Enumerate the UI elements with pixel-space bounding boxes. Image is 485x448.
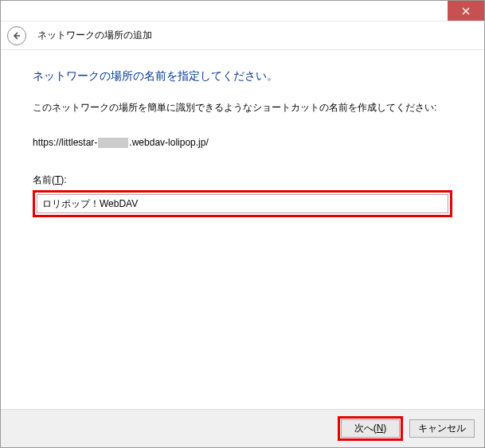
content-area: ネットワークの場所の名前を指定してください。 このネットワークの場所を簡単に識別…	[1, 50, 484, 409]
wizard-title: ネットワークの場所の追加	[37, 29, 152, 42]
arrow-left-icon	[12, 31, 22, 41]
cancel-button[interactable]: キャンセル	[409, 419, 475, 438]
url-suffix: .webdav-lolipop.jp/	[129, 137, 208, 148]
url-prefix: https://littlestar-	[33, 137, 97, 148]
close-icon	[462, 7, 470, 15]
footer-bar: 次へ(N) キャンセル	[1, 409, 484, 447]
close-button[interactable]	[448, 1, 484, 21]
back-button[interactable]	[7, 26, 26, 45]
name-field-label: 名前(T):	[33, 173, 452, 187]
instruction-text: このネットワークの場所を簡単に識別できるようなショートカットの名前を作成してくだ…	[33, 101, 452, 115]
next-button[interactable]: 次へ(N)	[341, 419, 400, 438]
next-button-highlight: 次へ(N)	[338, 416, 403, 441]
name-input-highlight	[33, 190, 452, 217]
redacted-segment	[98, 138, 128, 148]
page-heading: ネットワークの場所の名前を指定してください。	[33, 69, 452, 84]
name-input[interactable]	[37, 194, 448, 213]
header-bar: ネットワークの場所の追加	[1, 21, 484, 50]
url-text: https://littlestar-.webdav-lolipop.jp/	[33, 137, 452, 148]
titlebar	[1, 1, 484, 21]
wizard-window: ネットワークの場所の追加 ネットワークの場所の名前を指定してください。 このネッ…	[0, 0, 485, 448]
